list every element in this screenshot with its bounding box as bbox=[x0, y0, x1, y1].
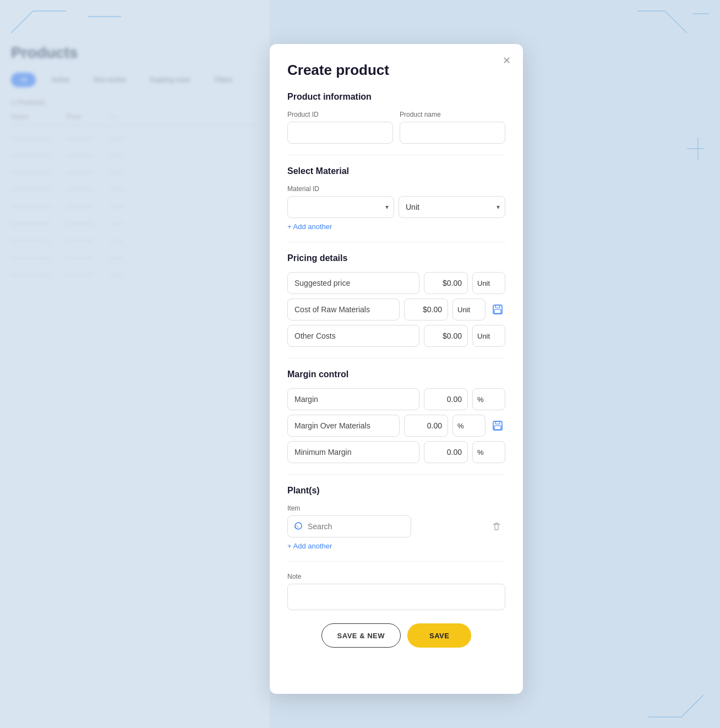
minimum-margin-label-input[interactable] bbox=[287, 441, 419, 463]
product-id-field-group: Product ID bbox=[287, 111, 393, 144]
divider-1 bbox=[287, 155, 505, 155]
save-new-button[interactable]: SAVE & NEW bbox=[321, 623, 401, 648]
close-button[interactable]: ✕ bbox=[499, 53, 514, 68]
minimum-margin-row bbox=[287, 441, 505, 463]
plant-search-wrapper bbox=[287, 515, 483, 537]
product-name-label: Product name bbox=[400, 111, 505, 118]
divider-2 bbox=[287, 242, 505, 242]
note-label: Note bbox=[287, 573, 505, 580]
button-row: SAVE & NEW SAVE bbox=[287, 623, 505, 648]
material-id-select[interactable] bbox=[287, 196, 394, 218]
margin-over-materials-unit-input[interactable] bbox=[452, 415, 486, 437]
material-id-select-wrapper bbox=[287, 196, 394, 218]
margin-over-materials-label-input[interactable] bbox=[287, 415, 400, 437]
pricing-details-section-title: Pricing details bbox=[287, 253, 505, 263]
raw-materials-value-input[interactable] bbox=[404, 298, 448, 320]
margin-label-input[interactable] bbox=[287, 388, 419, 410]
svg-point-6 bbox=[295, 523, 302, 529]
minimum-margin-value-input[interactable] bbox=[424, 441, 468, 463]
divider-3 bbox=[287, 358, 505, 358]
svg-rect-5 bbox=[494, 426, 501, 430]
search-circle-icon bbox=[294, 521, 303, 531]
product-name-input[interactable] bbox=[400, 122, 505, 144]
divider-5 bbox=[287, 561, 505, 562]
raw-materials-unit-input[interactable] bbox=[452, 298, 486, 320]
other-costs-label-input[interactable] bbox=[287, 325, 419, 347]
modal-title: Create product bbox=[287, 62, 505, 79]
material-id-label: Material ID bbox=[287, 185, 505, 193]
other-costs-unit-input[interactable] bbox=[472, 325, 505, 347]
plants-section-title: Plant(s) bbox=[287, 486, 505, 496]
margin-over-materials-value-input[interactable] bbox=[404, 415, 448, 437]
product-name-field-group: Product name bbox=[400, 111, 505, 144]
material-row: Unit bbox=[287, 196, 505, 218]
product-info-row: Product ID Product name bbox=[287, 111, 505, 144]
raw-materials-save-icon[interactable] bbox=[490, 302, 505, 317]
product-info-section-title: Product information bbox=[287, 92, 505, 102]
material-unit-select[interactable]: Unit bbox=[399, 196, 505, 218]
other-costs-value-input[interactable] bbox=[424, 325, 468, 347]
margin-row bbox=[287, 388, 505, 410]
plant-search-input[interactable] bbox=[287, 515, 411, 537]
save-button[interactable]: SAVE bbox=[407, 623, 471, 648]
pricing-row-raw-materials bbox=[287, 298, 505, 320]
margin-unit-input[interactable] bbox=[472, 388, 505, 410]
add-plant-button[interactable]: + Add another bbox=[287, 542, 505, 550]
pricing-row-other-costs bbox=[287, 325, 505, 347]
margin-over-materials-save-icon[interactable] bbox=[490, 418, 505, 433]
suggested-price-value-input[interactable] bbox=[424, 272, 468, 294]
margin-value-input[interactable] bbox=[424, 388, 468, 410]
margin-over-materials-row bbox=[287, 415, 505, 437]
select-material-section-title: Select Material bbox=[287, 166, 505, 176]
minimum-margin-unit-input[interactable] bbox=[472, 441, 505, 463]
suggested-price-unit-input[interactable] bbox=[472, 272, 505, 294]
add-material-button[interactable]: + Add another bbox=[287, 222, 505, 231]
product-id-input[interactable] bbox=[287, 122, 393, 144]
suggested-price-label-input[interactable] bbox=[287, 272, 419, 294]
material-unit-select-wrapper: Unit bbox=[399, 196, 505, 218]
plant-delete-icon[interactable] bbox=[488, 518, 505, 535]
divider-4 bbox=[287, 474, 505, 475]
plant-item-label: Item bbox=[287, 504, 505, 512]
product-id-label: Product ID bbox=[287, 111, 393, 118]
note-input[interactable] bbox=[287, 584, 505, 610]
plant-search-row bbox=[287, 515, 505, 537]
margin-control-section-title: Margin control bbox=[287, 370, 505, 379]
svg-rect-2 bbox=[494, 309, 501, 313]
raw-materials-label-input[interactable] bbox=[287, 298, 400, 320]
pricing-row-suggested-price bbox=[287, 272, 505, 294]
create-product-modal: ✕ Create product Product information Pro… bbox=[270, 44, 523, 694]
